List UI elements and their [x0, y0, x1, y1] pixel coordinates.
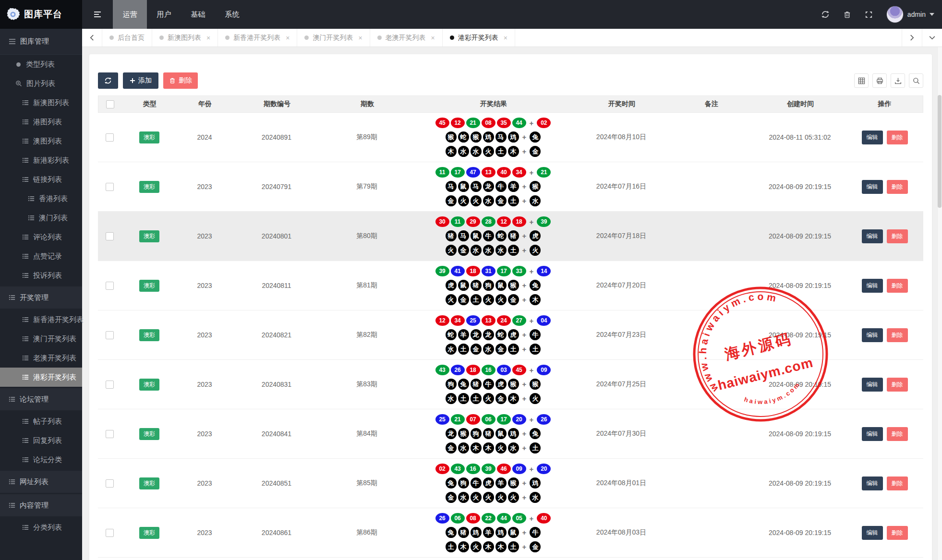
fullscreen-icon[interactable]: [865, 11, 873, 19]
nav-item[interactable]: 运营: [113, 0, 147, 29]
cell-draw-date: 2024年07月25日: [574, 380, 668, 389]
edit-button[interactable]: 编辑: [862, 279, 883, 293]
sidebar-item[interactable]: 新香港开奖列表: [0, 310, 82, 329]
sidebar-item[interactable]: 老澳开奖列表: [0, 348, 82, 368]
tab[interactable]: 老澳开奖列表×: [370, 29, 443, 47]
text-ball: 牛: [483, 379, 494, 390]
tab-close-icon[interactable]: ×: [286, 35, 290, 41]
edit-button[interactable]: 编辑: [862, 526, 883, 540]
row-delete-button[interactable]: 删除: [887, 328, 908, 342]
print-icon[interactable]: [872, 73, 887, 88]
text-ball: 火: [458, 195, 469, 206]
user-menu[interactable]: admin: [886, 6, 934, 23]
select-all-checkbox[interactable]: [106, 100, 114, 108]
sidebar-item-label: 内容管理: [20, 501, 48, 510]
tab[interactable]: 新香港开奖列表×: [218, 29, 297, 47]
number-ball: 04: [537, 315, 551, 326]
number-ball: 21: [451, 414, 465, 425]
row-checkbox[interactable]: [106, 430, 114, 438]
text-ball: 兔: [530, 280, 541, 291]
search-icon[interactable]: [909, 73, 923, 88]
row-checkbox[interactable]: [106, 479, 114, 488]
sidebar-item[interactable]: 图库管理: [0, 29, 82, 55]
sidebar-item[interactable]: 回复列表: [0, 431, 82, 450]
export-icon[interactable]: [891, 73, 905, 88]
tab-close-icon[interactable]: ×: [206, 35, 210, 41]
tab-close-icon[interactable]: ×: [358, 35, 362, 41]
edit-button[interactable]: 编辑: [862, 328, 883, 342]
row-checkbox[interactable]: [106, 381, 114, 389]
sidebar-collapse-icon[interactable]: [82, 0, 113, 29]
sidebar-item[interactable]: 内容管理: [0, 494, 82, 516]
sidebar-item[interactable]: 图片列表: [0, 74, 82, 93]
sidebar-item[interactable]: 澳门列表: [0, 208, 82, 227]
row-delete-button[interactable]: 删除: [887, 229, 908, 243]
sidebar-item[interactable]: 投诉列表: [0, 266, 82, 285]
tab[interactable]: 后台首页: [102, 29, 152, 47]
sidebar-item[interactable]: 新港彩列表: [0, 151, 82, 170]
app-logo[interactable]: 图库平台: [0, 0, 82, 29]
row-delete-button[interactable]: 删除: [887, 477, 908, 490]
sidebar-item[interactable]: 网址列表: [0, 471, 82, 493]
sidebar-item[interactable]: 论坛管理: [0, 388, 82, 410]
scrollbar-thumb[interactable]: [938, 95, 942, 208]
edit-button[interactable]: 编辑: [862, 131, 883, 144]
edit-button[interactable]: 编辑: [862, 378, 883, 392]
row-delete-button[interactable]: 删除: [887, 526, 908, 540]
text-ball: 龙: [446, 428, 457, 439]
sidebar-item[interactable]: 港图列表: [0, 112, 82, 131]
text-ball: 金: [458, 294, 469, 305]
row-checkbox[interactable]: [106, 282, 114, 290]
tab-close-icon[interactable]: ×: [431, 35, 435, 41]
column-header: 期数编号: [232, 100, 322, 108]
sidebar-item-active[interactable]: 港彩开奖列表: [0, 368, 82, 387]
sidebar-item[interactable]: 新澳图列表: [0, 93, 82, 112]
sidebar-item[interactable]: 链接列表: [0, 170, 82, 189]
edit-button[interactable]: 编辑: [862, 229, 883, 243]
row-checkbox[interactable]: [106, 183, 114, 191]
nav-item[interactable]: 系统: [215, 0, 249, 29]
tab-active[interactable]: 港彩开奖列表×: [443, 29, 515, 47]
refresh-icon[interactable]: [821, 10, 830, 19]
row-checkbox[interactable]: [106, 232, 114, 240]
plus-separator: +: [530, 267, 534, 275]
nav-item[interactable]: 用户: [147, 0, 181, 29]
lottery-result: 111747134034+21马鼠马龙牛羊+猴金火火水金土+水: [435, 162, 551, 211]
edit-button[interactable]: 编辑: [862, 427, 883, 441]
row-delete-button[interactable]: 删除: [887, 180, 908, 194]
refresh-button[interactable]: [98, 72, 118, 89]
sidebar-item[interactable]: 澳图列表: [0, 131, 82, 151]
sidebar-item[interactable]: 论坛分类: [0, 450, 82, 469]
tab-close-icon[interactable]: ×: [504, 35, 507, 41]
trash-icon[interactable]: [843, 11, 851, 19]
row-delete-button[interactable]: 删除: [887, 279, 908, 293]
row-checkbox[interactable]: [106, 529, 114, 537]
edit-button[interactable]: 编辑: [862, 477, 883, 490]
tab[interactable]: 新澳图列表×: [152, 29, 218, 47]
row-delete-button[interactable]: 删除: [887, 427, 908, 441]
delete-button[interactable]: 删除: [163, 72, 198, 89]
sidebar-item[interactable]: 类型列表: [0, 55, 82, 74]
sidebar-item[interactable]: 评论列表: [0, 227, 82, 247]
sidebar-item[interactable]: 澳门开奖列表: [0, 329, 82, 348]
tab-operations-icon[interactable]: [922, 29, 942, 47]
tab[interactable]: 澳门开奖列表×: [297, 29, 370, 47]
sidebar-item[interactable]: 帖子列表: [0, 412, 82, 431]
edit-button[interactable]: 编辑: [862, 180, 883, 194]
columns-filter-icon[interactable]: [854, 73, 869, 88]
add-button[interactable]: 添加: [123, 72, 158, 89]
text-ball: 马: [446, 181, 457, 192]
row-delete-button[interactable]: 删除: [887, 131, 908, 144]
sidebar-item[interactable]: 香港列表: [0, 189, 82, 208]
row-delete-button[interactable]: 删除: [887, 378, 908, 392]
sidebar-item[interactable]: 分类列表: [0, 518, 82, 537]
row-checkbox[interactable]: [106, 331, 114, 339]
nav-item[interactable]: 基础: [181, 0, 215, 29]
scrollbar-track[interactable]: [937, 47, 942, 560]
tab-scroll-right-icon[interactable]: [902, 29, 922, 47]
text-ball: 水: [446, 393, 457, 404]
tab-scroll-left-icon[interactable]: [82, 29, 102, 47]
sidebar-item[interactable]: 开奖管理: [0, 286, 82, 309]
sidebar-item[interactable]: 点赞记录: [0, 247, 82, 266]
row-checkbox[interactable]: [106, 133, 114, 142]
